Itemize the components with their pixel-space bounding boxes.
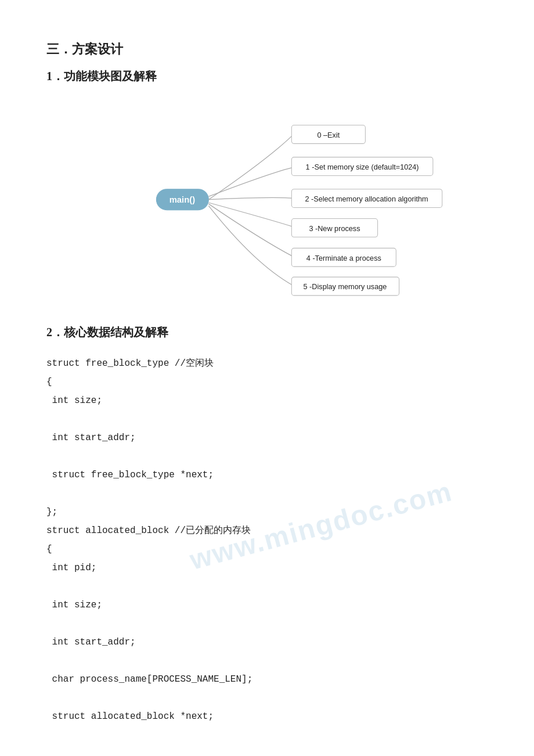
code-line-5 [46,447,488,466]
code-line-2: int size; [46,391,488,410]
svg-text:0 –Exit: 0 –Exit [317,131,340,139]
svg-text:3 -New process: 3 -New process [309,225,360,233]
mindmap-container: main() 0 –Exit 1 -Set memory size (defau… [46,98,488,307]
mindmap-svg: main() 0 –Exit 1 -Set memory size (defau… [46,98,488,307]
svg-text:2 -Select memory allocation al: 2 -Select memory allocation algorithm [305,195,428,203]
subsection2-title: 2．核心数据结构及解释 [46,325,488,340]
code-line-0: struct free_block_type //空闲块 [46,354,488,373]
svg-text:4 -Terminate a process: 4 -Terminate a process [306,254,381,262]
code-line-11: int pid; [46,559,488,577]
code-line-19: struct allocated_block *next; [46,707,488,726]
code-line-15: int start_addr; [46,633,488,651]
code-line-4: int start_addr; [46,429,488,447]
section-title: 三．方案设计 [46,41,488,58]
code-line-8: }; [46,503,488,521]
subsection1-title: 1．功能模块图及解释 [46,69,488,84]
svg-text:1 -Set memory size (default=10: 1 -Set memory size (default=1024) [306,163,419,171]
code-line-7 [46,484,488,503]
code-line-12 [46,577,488,596]
code-line-3 [46,410,488,429]
code-line-14 [46,614,488,633]
code-block: struct free_block_type //空闲块 { int size;… [46,354,488,726]
svg-text:5 -Display memory usage: 5 -Display memory usage [304,283,387,291]
code-line-13: int size; [46,596,488,614]
svg-text:main(): main() [169,195,196,204]
code-line-9: struct allocated_block //已分配的内存块 [46,521,488,540]
code-line-18 [46,689,488,707]
code-section-wrapper: www.mingdoc.com 2．核心数据结构及解释 struct free_… [46,325,488,726]
code-line-10: { [46,540,488,559]
code-line-6: struct free_block_type *next; [46,466,488,484]
code-line-17: char process_name[PROCESS_NAME_LEN]; [46,670,488,689]
code-line-1: { [46,373,488,391]
code-line-16 [46,651,488,670]
